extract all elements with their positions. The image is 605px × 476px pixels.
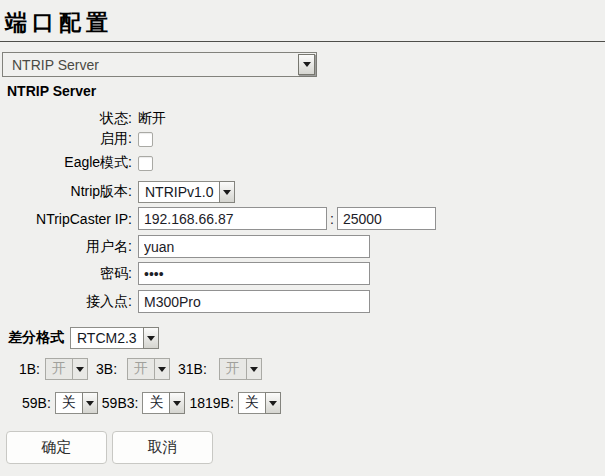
toggle-1819b-dropdown[interactable]: 关 xyxy=(238,392,281,414)
caster-ip-row: NTripCaster IP: : xyxy=(0,207,436,230)
enable-checkbox[interactable] xyxy=(138,132,153,147)
port-type-dropdown-value: NTRIP Server xyxy=(3,57,298,73)
password-label: 密码: xyxy=(0,265,132,283)
diff-format-label: 差分格式 xyxy=(8,329,64,347)
toggle-1819b-label: 1819B: xyxy=(189,395,233,411)
username-row: 用户名: xyxy=(0,235,370,258)
chevron-down-icon xyxy=(72,358,88,380)
chevron-down-icon xyxy=(154,358,170,380)
caster-ip-label: NTripCaster IP: xyxy=(0,211,132,227)
ntrip-version-value: NTRIPv1.0 xyxy=(138,181,220,203)
toggle-59b3-value: 关 xyxy=(142,392,170,414)
eagle-mode-label: Eagle模式: xyxy=(0,154,132,172)
chevron-down-icon[interactable] xyxy=(298,54,315,75)
toggle-59b3-label: 59B3: xyxy=(102,395,139,411)
toggle-1b-label: 1B: xyxy=(19,361,40,377)
enable-label: 启用: xyxy=(0,130,132,148)
toggle-row-2: 59B: 关 59B3: 关 1819B: 关 xyxy=(22,392,281,414)
title-divider xyxy=(0,41,605,42)
chevron-down-icon[interactable] xyxy=(219,181,235,203)
username-label: 用户名: xyxy=(0,238,132,256)
diff-format-value: RTCM2.3 xyxy=(70,327,144,349)
toggle-59b3-dropdown[interactable]: 关 xyxy=(142,392,185,414)
port-type-dropdown[interactable]: NTRIP Server xyxy=(2,52,317,77)
status-value: 断开 xyxy=(138,110,166,128)
page-title: 端口配置 xyxy=(5,8,113,38)
toggle-row-1: 1B: 开 3B: 开 31B: 开 xyxy=(19,358,262,380)
toggle-3b-label: 3B: xyxy=(96,361,117,377)
cancel-button[interactable]: 取消 xyxy=(112,431,213,464)
toggle-59b-label: 59B: xyxy=(22,395,51,411)
password-row: 密码: xyxy=(0,262,370,285)
toggle-31b-label: 31B: xyxy=(178,361,207,377)
ip-port-separator: : xyxy=(330,211,334,227)
ntrip-version-label: Ntrip版本: xyxy=(0,183,132,201)
password-input[interactable] xyxy=(138,262,370,285)
ok-button[interactable]: 确定 xyxy=(6,431,107,464)
diff-format-dropdown[interactable]: RTCM2.3 xyxy=(70,327,159,349)
toggle-31b-dropdown: 开 xyxy=(219,358,262,380)
toggle-3b-dropdown: 开 xyxy=(127,358,170,380)
toggle-1b-value: 开 xyxy=(45,358,73,380)
diff-format-row: 差分格式 RTCM2.3 xyxy=(8,326,159,350)
toggle-59b-value: 关 xyxy=(55,392,83,414)
mountpoint-label: 接入点: xyxy=(0,293,132,311)
toggle-1b-dropdown: 开 xyxy=(45,358,88,380)
chevron-down-icon[interactable] xyxy=(143,327,159,349)
toggle-1819b-value: 关 xyxy=(238,392,266,414)
enable-row: 启用: xyxy=(0,130,153,148)
chevron-down-icon xyxy=(246,358,262,380)
username-input[interactable] xyxy=(138,235,370,258)
status-label: 状态: xyxy=(0,110,132,128)
chevron-down-icon[interactable] xyxy=(265,392,281,414)
chevron-down-icon[interactable] xyxy=(82,392,98,414)
section-heading: NTRIP Server xyxy=(7,83,96,99)
status-row: 状态: 断开 xyxy=(0,110,166,128)
toggle-3b-value: 开 xyxy=(127,358,155,380)
eagle-mode-checkbox[interactable] xyxy=(138,156,153,171)
chevron-down-icon[interactable] xyxy=(169,392,185,414)
toggle-59b-dropdown[interactable]: 关 xyxy=(55,392,98,414)
eagle-mode-row: Eagle模式: xyxy=(0,154,153,172)
mountpoint-input[interactable] xyxy=(138,290,370,313)
toggle-31b-value: 开 xyxy=(219,358,247,380)
caster-port-input[interactable] xyxy=(337,207,436,230)
caster-ip-input[interactable] xyxy=(138,207,327,230)
ntrip-version-row: Ntrip版本: NTRIPv1.0 xyxy=(0,180,235,204)
ntrip-version-dropdown[interactable]: NTRIPv1.0 xyxy=(138,181,235,203)
mountpoint-row: 接入点: xyxy=(0,290,370,313)
